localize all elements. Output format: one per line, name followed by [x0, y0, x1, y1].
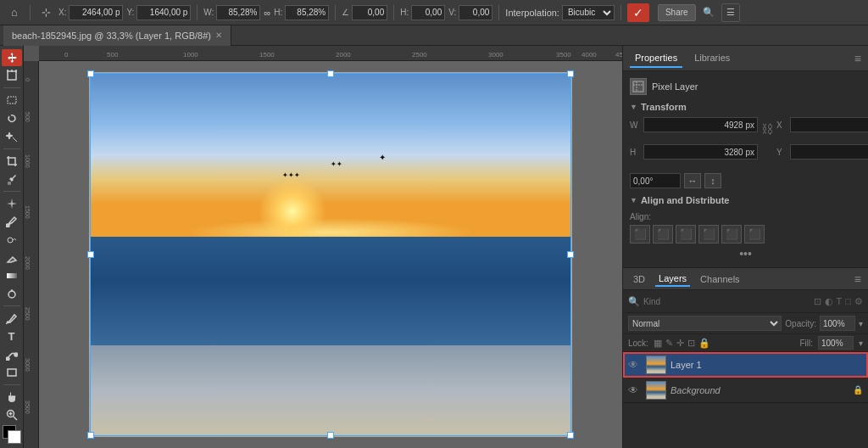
tool-sep-1: [3, 87, 20, 88]
tab-channels[interactable]: Channels: [697, 272, 743, 286]
path-tool[interactable]: [2, 346, 22, 363]
align-right-button[interactable]: ⬛: [676, 225, 696, 244]
filter-pixel-icon[interactable]: ⊡: [814, 296, 821, 307]
layer-row-1[interactable]: 👁 Layer 1: [623, 352, 868, 378]
filter-type-icon[interactable]: T: [837, 296, 843, 307]
align-section-header[interactable]: ▼ Align and Distribute: [630, 195, 861, 205]
cancel-button[interactable]: ☰: [721, 3, 740, 22]
blend-mode-select[interactable]: Normal: [628, 316, 782, 331]
lasso-tool[interactable]: [2, 110, 22, 127]
lock-label: Lock:: [628, 339, 648, 348]
lock-position-button[interactable]: ✛: [676, 338, 684, 349]
x-input[interactable]: [69, 5, 123, 20]
tab-properties[interactable]: Properties: [630, 49, 682, 68]
magic-wand-tool[interactable]: [2, 128, 22, 145]
filter-shape-icon[interactable]: □: [845, 296, 851, 307]
background-visibility-toggle[interactable]: 👁: [628, 384, 642, 396]
properties-panel-header: Properties Libraries ≡: [623, 46, 868, 71]
fill-input[interactable]: [818, 336, 854, 350]
interpolation-select[interactable]: Bicubic Bilinear Nearest: [562, 5, 615, 20]
home-button[interactable]: ⌂: [5, 3, 24, 22]
svg-point-12: [14, 353, 18, 356]
gradient-tool[interactable]: [2, 267, 22, 284]
brush-tool[interactable]: [2, 213, 22, 230]
vskew-field: V:: [448, 5, 492, 20]
vskew-input[interactable]: [459, 5, 492, 20]
angle-input-prop[interactable]: [630, 173, 681, 188]
close-tab-button[interactable]: ✕: [215, 31, 222, 40]
h-input[interactable]: [285, 5, 329, 20]
healing-tool[interactable]: [2, 195, 22, 212]
file-tab[interactable]: beach-1852945.jpg @ 33,3% (Layer 1, RGB/…: [3, 25, 231, 46]
h-value-input[interactable]: [643, 144, 758, 160]
angle-input[interactable]: [352, 5, 387, 20]
y-input[interactable]: [136, 5, 191, 20]
flip-v-button[interactable]: ↕: [704, 173, 721, 188]
lock-transparent-button[interactable]: ▦: [654, 338, 662, 349]
layer1-thumbnail: [646, 356, 666, 374]
tab-bar: beach-1852945.jpg @ 33,3% (Layer 1, RGB/…: [0, 25, 868, 46]
crop-tool[interactable]: [2, 153, 22, 170]
layers-search-icon: 🔍: [628, 296, 640, 307]
align-center-h-button[interactable]: ⬛: [653, 225, 673, 244]
filter-smart-icon[interactable]: ⚙: [854, 296, 863, 307]
separator-1: [30, 5, 31, 20]
color-swatches[interactable]: [3, 425, 21, 441]
svg-rect-13: [8, 369, 16, 376]
align-center-v-button[interactable]: ⬛: [721, 225, 742, 244]
svg-rect-6: [8, 182, 11, 185]
pen-tool[interactable]: [2, 310, 22, 327]
canvas-image: ✦✦✦ ✦✦ ✦: [89, 72, 572, 437]
eraser-tool[interactable]: [2, 249, 22, 266]
layer-row-background[interactable]: 👁 Background 🔒: [623, 378, 868, 403]
commit-button[interactable]: ✓: [627, 3, 649, 22]
flip-h-button[interactable]: ↔: [684, 173, 701, 188]
transform-x-container: X: [776, 117, 868, 141]
pixel-layer-icon: [630, 78, 647, 95]
artboard-tool[interactable]: [2, 67, 22, 84]
dodge-tool[interactable]: [2, 285, 22, 302]
hand-tool[interactable]: [2, 389, 22, 406]
chain-icon[interactable]: ∞: [264, 8, 270, 18]
lock-pixels-button[interactable]: ✎: [665, 338, 673, 349]
background-layer-name: Background: [670, 385, 849, 395]
layers-menu-button[interactable]: ≡: [854, 272, 861, 286]
background-color[interactable]: [8, 430, 21, 444]
fill-dropdown-icon[interactable]: ▾: [859, 339, 863, 348]
eyedropper-tool[interactable]: [2, 171, 22, 188]
clone-tool[interactable]: [2, 232, 22, 249]
transform-section-header[interactable]: ▼ Transform: [630, 102, 861, 112]
w-value-input[interactable]: [643, 117, 758, 132]
align-top-button[interactable]: ⬛: [698, 225, 719, 244]
type-tool[interactable]: T: [2, 328, 22, 344]
marquee-tool[interactable]: [2, 92, 22, 109]
lock-all-button[interactable]: 🔒: [698, 338, 710, 349]
properties-menu-button[interactable]: ≡: [854, 52, 861, 65]
layer1-visibility-toggle[interactable]: 👁: [628, 359, 642, 371]
tab-3d[interactable]: 3D: [630, 272, 648, 286]
left-toolbar: T: [0, 46, 24, 448]
rectangle-tool[interactable]: [2, 364, 22, 381]
separator-2: [197, 5, 198, 20]
hskew-input[interactable]: [411, 5, 445, 20]
link-icon[interactable]: ⛓: [761, 117, 773, 141]
opacity-dropdown-icon[interactable]: ▾: [859, 319, 863, 328]
x-value-input[interactable]: [790, 117, 868, 132]
share-button[interactable]: Share: [658, 4, 696, 21]
y-value-input[interactable]: [790, 144, 868, 160]
tab-layers[interactable]: Layers: [655, 272, 690, 287]
move-tool[interactable]: [2, 49, 22, 66]
zoom-tool[interactable]: [2, 406, 22, 423]
align-bottom-button[interactable]: ⬛: [744, 225, 765, 244]
transform-fields: W ⛓ X: [630, 117, 861, 141]
right-panel: Properties Libraries ≡ Pixel Layer ▼ Tra…: [622, 46, 868, 448]
w-input[interactable]: [216, 5, 260, 20]
align-left-button[interactable]: ⬛: [630, 225, 650, 244]
more-options-button[interactable]: •••: [630, 247, 861, 260]
tab-libraries[interactable]: Libraries: [689, 49, 735, 68]
filter-adj-icon[interactable]: ◐: [825, 296, 833, 307]
layers-search-input[interactable]: [643, 294, 810, 309]
opacity-input[interactable]: [820, 316, 855, 331]
search-button[interactable]: 🔍: [699, 3, 718, 22]
lock-artboard-button[interactable]: ⊡: [687, 338, 695, 349]
